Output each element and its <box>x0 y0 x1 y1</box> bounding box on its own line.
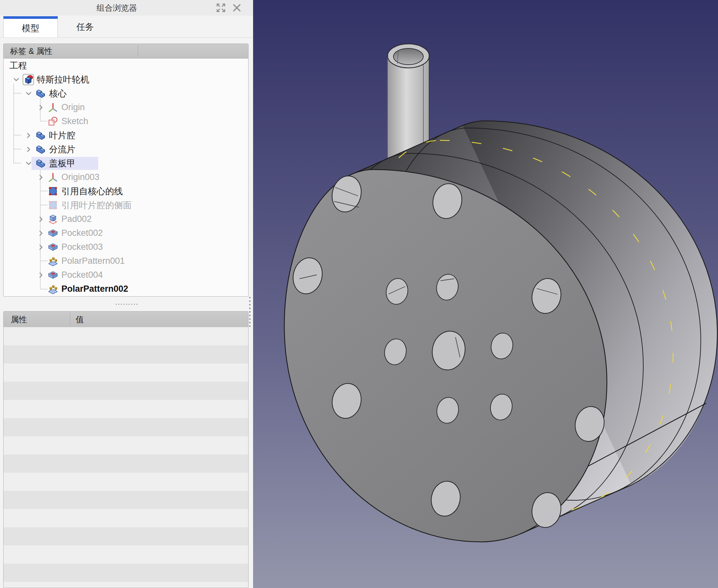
tree-item-0[interactable]: 工程 <box>4 59 248 72</box>
vertical-splitter-handle[interactable] <box>248 297 252 336</box>
tree-item-label: 引用叶片腔的侧面 <box>61 200 132 211</box>
tab-tasks[interactable]: 任务 <box>58 16 112 37</box>
tree-item-14[interactable]: PolarPattern001 <box>4 254 248 268</box>
pocket-icon <box>47 269 59 281</box>
binder-faded-icon <box>47 200 59 211</box>
tree-item-10[interactable]: 引用叶片腔的侧面 <box>4 198 248 212</box>
origin-icon <box>47 102 59 113</box>
body-icon <box>35 158 46 169</box>
tree-header-divider[interactable] <box>138 45 138 57</box>
tree-item-label: Pocket003 <box>61 242 103 252</box>
tab-tasks-label: 任务 <box>76 21 94 33</box>
close-icon[interactable] <box>231 2 242 13</box>
viewport-scene <box>253 0 718 588</box>
sketch-icon <box>47 115 59 127</box>
property-header-value: 值 <box>70 314 84 325</box>
property-header-divider[interactable] <box>70 313 70 326</box>
tree-item-label: PolarPattern001 <box>61 256 125 266</box>
tree-item-label: Pocket004 <box>61 270 103 280</box>
tree-item-label: 工程 <box>9 60 27 71</box>
tree-item-label: Origin003 <box>61 172 100 182</box>
tabbar-baseline <box>0 37 253 38</box>
tree-item-4[interactable]: Sketch <box>4 114 248 128</box>
tree-item-3[interactable]: Origin <box>4 100 248 114</box>
tab-model[interactable]: 模型 <box>3 16 58 37</box>
model-tree: 标签 & 属性 工程特斯拉叶轮机核心OriginSketch叶片腔分流片盖板甲O… <box>3 44 249 297</box>
pocket-icon <box>47 241 59 253</box>
body-icon <box>35 88 46 99</box>
tree-item-2[interactable]: 核心 <box>4 86 248 100</box>
tree-item-12[interactable]: Pocket002 <box>4 226 248 240</box>
tree-item-9[interactable]: 引用自核心的线 <box>4 184 248 198</box>
tree-item-1[interactable]: 特斯拉叶轮机 <box>4 72 248 86</box>
freecad-window: 组合浏览器 模型 <box>0 0 718 588</box>
tree-item-7[interactable]: 盖板甲 <box>4 156 248 170</box>
viewport-3d[interactable] <box>253 0 718 588</box>
panel-titlebar: 组合浏览器 <box>0 0 253 16</box>
pad-icon <box>47 213 59 225</box>
tree-item-label: 核心 <box>49 88 67 99</box>
tree-item-label: Pad002 <box>61 214 92 224</box>
tree-item-label: Pocket002 <box>61 228 103 238</box>
tree-item-13[interactable]: Pocket003 <box>4 240 248 254</box>
tree-item-label: Origin <box>61 102 85 112</box>
property-header-name: 属性 <box>4 314 70 325</box>
float-window-icon[interactable] <box>215 2 227 13</box>
tree-item-label: Sketch <box>61 116 88 126</box>
property-rows-empty <box>4 327 248 588</box>
tree-item-11[interactable]: Pad002 <box>4 212 248 226</box>
body-icon <box>35 144 46 155</box>
property-editor: 属性 值 <box>3 311 249 588</box>
combo-view-panel: 组合浏览器 模型 <box>0 0 253 588</box>
tree-item-label: 特斯拉叶轮机 <box>37 74 89 85</box>
horizontal-splitter-handle[interactable] <box>0 302 253 306</box>
tree-item-5[interactable]: 叶片腔 <box>4 128 248 142</box>
tree-header-label: 标签 & 属性 <box>4 46 131 57</box>
pocket-icon <box>47 227 59 239</box>
body-icon <box>35 130 46 141</box>
origin-icon <box>47 171 59 183</box>
tree-rows: 工程特斯拉叶轮机核心OriginSketch叶片腔分流片盖板甲Origin003… <box>4 59 248 296</box>
part-icon <box>22 74 34 85</box>
polar-icon <box>47 283 59 295</box>
property-header[interactable]: 属性 值 <box>4 312 248 328</box>
tree-item-label: PolarPattern002 <box>61 284 128 294</box>
tree-item-8[interactable]: Origin003 <box>4 170 248 184</box>
tree-item-label: 盖板甲 <box>49 158 76 169</box>
tree-item-label: 叶片腔 <box>49 130 76 141</box>
tree-header[interactable]: 标签 & 属性 <box>4 44 248 59</box>
polar-icon <box>47 255 59 267</box>
tree-item-label: 分流片 <box>49 144 76 155</box>
tab-model-label: 模型 <box>22 22 39 34</box>
tree-item-15[interactable]: Pocket004 <box>4 268 248 282</box>
tree-item-16[interactable]: PolarPattern002 <box>4 282 248 296</box>
panel-title: 组合浏览器 <box>0 3 234 13</box>
panel-tabs: 模型 任务 <box>0 16 253 38</box>
binder-icon <box>47 186 59 197</box>
tree-item-6[interactable]: 分流片 <box>4 142 248 156</box>
tree-item-label: 引用自核心的线 <box>61 186 123 197</box>
